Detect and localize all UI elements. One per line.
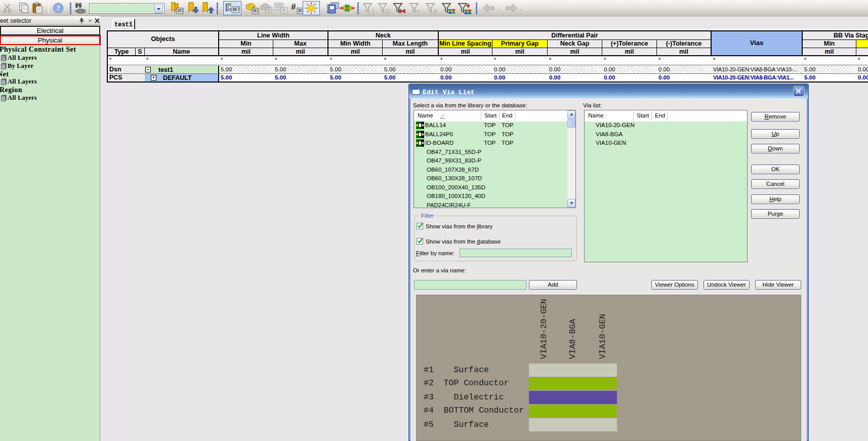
- svg-text:#: #: [291, 2, 296, 12]
- svg-text:?: ?: [56, 4, 60, 12]
